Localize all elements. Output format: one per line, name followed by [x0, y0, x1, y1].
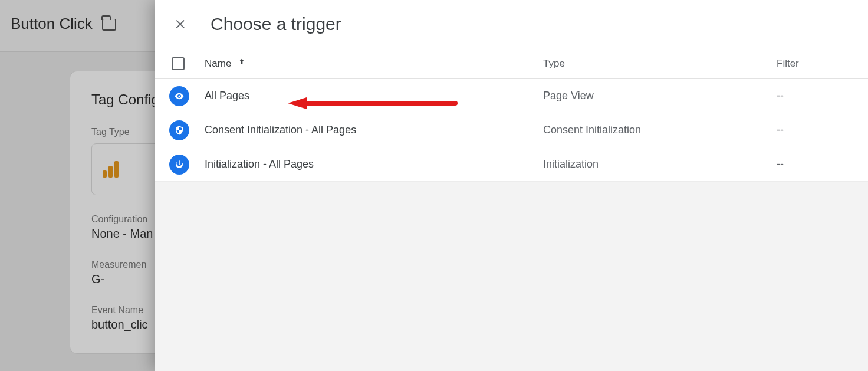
- eye-icon: [169, 86, 189, 106]
- trigger-type: Page View: [543, 90, 594, 101]
- column-type-label: Type: [543, 58, 565, 69]
- close-button[interactable]: [172, 15, 190, 34]
- trigger-filter: --: [777, 158, 784, 170]
- shield-icon: [169, 120, 189, 140]
- trigger-type: Consent Initialization: [543, 124, 641, 136]
- trigger-filter: --: [777, 90, 784, 101]
- column-name-label: Name: [205, 58, 231, 70]
- trigger-name: Initialization - All Pages: [205, 158, 314, 170]
- trigger-name: Consent Initialization - All Pages: [205, 124, 356, 136]
- column-header-filter[interactable]: Filter: [777, 58, 851, 70]
- tag-title[interactable]: Button Click: [11, 15, 93, 37]
- column-filter-label: Filter: [777, 58, 799, 69]
- trigger-name: All Pages: [205, 90, 249, 102]
- sort-ascending-icon: [237, 57, 246, 70]
- trigger-table-header: Name Type Filter: [155, 48, 868, 79]
- panel-empty-area: [155, 182, 868, 371]
- analytics-icon: [103, 161, 119, 178]
- folder-icon[interactable]: [102, 19, 116, 31]
- panel-header: Choose a trigger: [155, 0, 868, 48]
- panel-title: Choose a trigger: [211, 14, 341, 34]
- trigger-rows: All Pages Page View -- Consent Initializ…: [155, 79, 868, 182]
- close-icon: [175, 18, 188, 31]
- power-icon: [169, 155, 189, 175]
- trigger-filter: --: [777, 124, 784, 136]
- column-header-type[interactable]: Type: [543, 58, 777, 70]
- trigger-row-consent-init[interactable]: Consent Initialization - All Pages Conse…: [155, 113, 868, 147]
- select-all-checkbox[interactable]: [172, 57, 185, 70]
- trigger-type: Initialization: [543, 158, 599, 170]
- trigger-row-init[interactable]: Initialization - All Pages Initializatio…: [155, 147, 868, 182]
- choose-trigger-panel: Choose a trigger Name Type Filter All Pa…: [155, 0, 868, 371]
- trigger-row-all-pages[interactable]: All Pages Page View --: [155, 79, 868, 113]
- column-header-name[interactable]: Name: [205, 57, 543, 70]
